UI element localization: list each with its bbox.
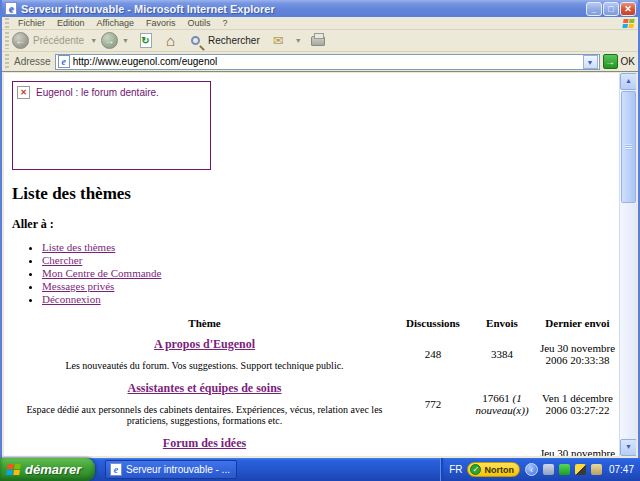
list-item: Liste des thèmes [42, 241, 615, 254]
col-header-theme: Thème [12, 317, 397, 333]
close-button[interactable]: ✕ [620, 2, 636, 16]
banner-alt-text: Eugenol : le forum dentaire. [36, 87, 159, 98]
menu-bar: Fichier Edition Affichage Favoris Outils… [2, 17, 638, 30]
minimize-button[interactable]: _ [586, 2, 602, 16]
forum-link-assistantes[interactable]: Assistantes et équipes de soins [127, 381, 281, 395]
mail-button[interactable]: ✉ [270, 32, 287, 49]
search-icon [191, 36, 200, 45]
webpage: ✕ Eugenol : le forum dentaire. Liste des… [4, 73, 619, 456]
menu-fichier[interactable]: Fichier [12, 18, 51, 28]
col-header-discussions: Discussions [397, 317, 469, 333]
browser-viewport: ✕ Eugenol : le forum dentaire. Liste des… [4, 73, 636, 456]
refresh-button[interactable]: ↻ [137, 32, 154, 49]
banner-image-placeholder[interactable]: ✕ Eugenol : le forum dentaire. [12, 81, 211, 170]
language-indicator[interactable]: FR [449, 464, 462, 475]
forward-button[interactable]: → [101, 32, 118, 49]
volume-tray-icon[interactable] [591, 464, 602, 475]
menu-edition[interactable]: Edition [51, 18, 91, 28]
page-icon: e [58, 55, 70, 68]
toolbar-grip[interactable] [5, 32, 9, 49]
taskbar-clock[interactable]: 07:47 [609, 464, 634, 475]
envois-count: 17661 (1 nouveau(x)) [469, 377, 535, 432]
maximize-button[interactable]: □ [603, 2, 619, 16]
forum-description: Les nouveautés du forum. Vos suggestions… [12, 360, 397, 372]
go-button-label[interactable]: OK [621, 56, 635, 67]
search-button-label[interactable]: Rechercher [208, 35, 260, 46]
page-title: Liste des thèmes [12, 184, 615, 204]
goto-label: Aller à : [12, 217, 615, 232]
menu-favoris[interactable]: Favoris [140, 18, 182, 28]
forward-dropdown-icon[interactable]: ▼ [122, 37, 129, 44]
ie-logo-icon: e [5, 2, 17, 15]
ie-task-icon: e [110, 463, 122, 476]
nav-link-messages-prives[interactable]: Messages privés [42, 280, 114, 292]
table-row: A propos d'Eugenol Les nouveautés du for… [12, 333, 619, 377]
desktop: e Serveur introuvable - Microsoft Intern… [0, 0, 640, 481]
windows-logo-icon [622, 19, 634, 28]
refresh-icon: ↻ [140, 33, 152, 48]
mail-icon: ✉ [273, 33, 284, 48]
address-dropdown-icon[interactable]: ▼ [583, 55, 598, 69]
discussions-count: 772 [397, 377, 469, 432]
display-tray-icon[interactable] [543, 464, 554, 475]
menu-help[interactable]: ? [216, 18, 233, 28]
last-post-date: Ven 1 décembre 2006 03:27:22 [535, 377, 619, 432]
list-item: Chercher [42, 254, 615, 267]
back-button-label[interactable]: Précédente [33, 35, 84, 46]
menu-grip[interactable] [5, 18, 9, 28]
forum-link-forum-des-idees[interactable]: Forum des idées [163, 436, 246, 450]
list-item: Déconnexion [42, 293, 615, 306]
table-row: Forum des idées Partagez vos idées afin … [12, 432, 619, 457]
menu-affichage[interactable]: Affichage [91, 18, 140, 28]
start-button-label: démarrer [25, 462, 81, 477]
print-icon [311, 36, 325, 46]
shield-tray-icon[interactable] [575, 464, 586, 475]
mail-dropdown-icon[interactable]: ▼ [295, 37, 302, 44]
browser-window: e Serveur introuvable - Microsoft Intern… [0, 0, 640, 458]
nav-link-deconnexion[interactable]: Déconnexion [42, 293, 101, 305]
home-icon: ⌂ [166, 32, 175, 49]
title-bar[interactable]: e Serveur introuvable - Microsoft Intern… [2, 0, 638, 17]
table-header-row: Thème Discussions Envois Dernier envoi [12, 317, 619, 333]
address-input[interactable]: e http://www.eugenol.com/eugenol ▼ [55, 54, 600, 70]
task-button-label: Serveur introuvable - ... [126, 464, 230, 475]
envois-count: 3384 [469, 333, 535, 377]
col-header-dernier-envoi: Dernier envoi [535, 317, 619, 333]
forum-link-a-propos[interactable]: A propos d'Eugenol [154, 337, 255, 351]
back-dropdown-icon[interactable]: ▼ [90, 37, 97, 44]
col-header-envois: Envois [469, 317, 535, 333]
envois-count: 3759 [469, 432, 535, 457]
norton-check-icon: ✓ [470, 464, 481, 475]
vertical-scrollbar[interactable]: ▲ ▼ [619, 73, 636, 456]
system-tray: FR ✓ Norton ‹ 07:47 [440, 458, 640, 481]
start-button[interactable]: démarrer [0, 458, 95, 481]
last-post-date: Jeu 30 novembre 2006 14:19:43 [535, 432, 619, 457]
search-button[interactable] [187, 32, 204, 49]
nav-link-centre-commande[interactable]: Mon Centre de Commande [42, 267, 161, 279]
back-button[interactable]: ← [12, 32, 29, 49]
forum-description: Espace dédié aux personnels des cabinets… [12, 404, 397, 427]
list-item: Messages privés [42, 280, 615, 293]
toolbar: ← Précédente ▼ → ▼ ↻ ⌂ Rechercher ✉ ▼ [2, 30, 638, 52]
menu-outils[interactable]: Outils [181, 18, 216, 28]
hide-icons-chevron-icon[interactable]: ‹ [525, 463, 538, 476]
network-tray-icon[interactable] [559, 464, 570, 475]
last-post-date: Jeu 30 novembre 2006 20:33:38 [535, 333, 619, 377]
taskbar: démarrer e Serveur introuvable - ... FR … [0, 458, 640, 481]
go-button[interactable]: → [603, 54, 618, 69]
scroll-down-icon[interactable]: ▼ [620, 439, 636, 456]
nav-link-liste-des-themes[interactable]: Liste des thèmes [42, 241, 115, 253]
address-grip[interactable] [5, 54, 9, 69]
nav-link-list: Liste des thèmes Chercher Mon Centre de … [42, 241, 615, 306]
address-label: Adresse [14, 56, 51, 67]
address-url[interactable]: http://www.eugenol.com/eugenol [73, 56, 583, 67]
discussions-count: 200 [397, 432, 469, 457]
taskbar-task-button[interactable]: e Serveur introuvable - ... [105, 460, 237, 479]
scroll-up-icon[interactable]: ▲ [620, 73, 636, 90]
scrollbar-thumb[interactable] [621, 91, 636, 203]
forum-table: Thème Discussions Envois Dernier envoi A… [12, 317, 619, 456]
norton-badge[interactable]: ✓ Norton [467, 462, 520, 477]
print-button[interactable] [310, 32, 327, 49]
nav-link-chercher[interactable]: Chercher [42, 254, 82, 266]
home-button[interactable]: ⌂ [162, 32, 179, 49]
